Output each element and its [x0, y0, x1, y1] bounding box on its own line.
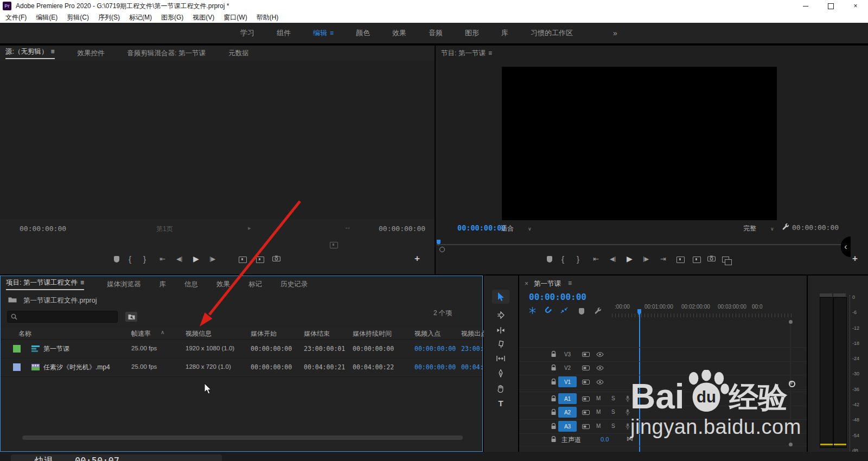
tab-effects[interactable]: 效果: [216, 280, 230, 289]
add-marker-icon[interactable]: [114, 256, 119, 264]
menu-graphics[interactable]: 图形(G): [161, 13, 183, 22]
display-settings-icon[interactable]: [330, 242, 338, 248]
clip-name[interactable]: 任素汐《时光机》.mp4: [43, 363, 110, 372]
workspace-tab-custom[interactable]: 习惯的工作区: [531, 28, 573, 38]
mark-out-icon[interactable]: }: [577, 254, 579, 264]
tab-effect-controls[interactable]: 效果控件: [78, 49, 105, 58]
sync-lock-icon[interactable]: [582, 366, 590, 370]
label-color-chip[interactable]: [13, 363, 21, 371]
step-back-icon[interactable]: ◀|: [176, 255, 182, 262]
snap-icon[interactable]: [529, 307, 536, 314]
cell-video-in[interactable]: 00:00:00:00: [414, 363, 456, 371]
toggle-track-output-eye-icon[interactable]: [596, 366, 604, 370]
toggle-track-output-eye-icon[interactable]: [596, 352, 604, 357]
tab-audio-clip-mixer[interactable]: 音频剪辑混合器: 第一节课: [127, 49, 206, 58]
clip-name[interactable]: 第一节课: [43, 344, 69, 354]
panel-menu-icon[interactable]: ≡: [568, 279, 572, 287]
column-name[interactable]: 名称: [18, 329, 31, 338]
label-color-chip[interactable]: [13, 345, 21, 353]
mark-in-icon[interactable]: {: [129, 254, 131, 264]
page-next-icon[interactable]: ▸: [248, 225, 251, 232]
extract-icon[interactable]: [693, 257, 701, 265]
settings-wrench-icon[interactable]: [782, 223, 789, 230]
button-editor-icon[interactable]: +: [414, 253, 420, 264]
workspace-tab-audio[interactable]: 音频: [429, 28, 443, 38]
workspace-tab-effects[interactable]: 效果: [392, 28, 406, 38]
play-icon[interactable]: ▶: [193, 254, 199, 263]
track-target-toggle[interactable]: A1: [558, 393, 577, 404]
sequence-tab-title[interactable]: 第一节课: [534, 279, 561, 289]
workspace-overflow-icon[interactable]: »: [613, 23, 617, 43]
column-media-end[interactable]: 媒体结束: [304, 329, 330, 338]
column-video-info[interactable]: 视频信息: [186, 329, 212, 338]
overwrite-icon[interactable]: [256, 257, 264, 265]
menu-file[interactable]: 文件(F): [5, 13, 27, 22]
add-marker-icon[interactable]: [547, 256, 552, 264]
track-select-forward-tool[interactable]: [492, 308, 509, 322]
table-row[interactable]: 任素汐《时光机》.mp4 25.00 fps 1280 x 720 (1.0) …: [1, 358, 482, 377]
razor-tool[interactable]: [492, 337, 509, 351]
linked-selection-icon[interactable]: [560, 307, 568, 313]
sync-lock-icon[interactable]: [582, 396, 590, 401]
tab-history[interactable]: 历史记录: [280, 280, 308, 289]
magnet-icon[interactable]: [542, 305, 552, 315]
add-marker-icon[interactable]: [579, 307, 584, 317]
slip-tool[interactable]: [492, 351, 509, 366]
program-scrubber-track[interactable]: [437, 244, 841, 245]
workspace-tab-libraries[interactable]: 库: [501, 28, 508, 38]
track-target-toggle[interactable]: V1: [558, 376, 577, 387]
type-tool[interactable]: T: [492, 396, 509, 410]
workspace-tab-menu-icon[interactable]: ≡: [330, 29, 334, 37]
mark-out-icon[interactable]: }: [143, 254, 146, 264]
search-bin-icon[interactable]: [125, 312, 137, 322]
timeline-settings-wrench-icon[interactable]: [594, 307, 602, 315]
lock-icon[interactable]: [551, 379, 557, 385]
column-video-in[interactable]: 视频入点: [414, 329, 441, 338]
solo-button[interactable]: S: [611, 423, 615, 429]
step-forward-icon[interactable]: |▶: [209, 255, 215, 262]
source-current-timecode[interactable]: 00:00:00:00: [20, 225, 66, 233]
tab-info[interactable]: 信息: [184, 280, 198, 289]
workspace-tab-color[interactable]: 颜色: [356, 28, 370, 38]
export-frame-icon[interactable]: [707, 255, 716, 261]
track-target-toggle[interactable]: V3: [558, 349, 577, 360]
mute-button[interactable]: M: [596, 409, 601, 415]
step-forward-icon[interactable]: |▶: [643, 255, 649, 262]
menu-edit[interactable]: 编辑(E): [36, 13, 58, 22]
sync-lock-icon[interactable]: [582, 380, 590, 385]
panel-menu-icon[interactable]: ≡: [488, 49, 492, 57]
solo-button[interactable]: S: [611, 395, 615, 401]
sync-lock-icon[interactable]: [582, 410, 590, 415]
lock-icon[interactable]: [551, 395, 557, 402]
cell-video-in[interactable]: 00:00:00:00: [414, 345, 456, 353]
comparison-view-icon[interactable]: [722, 256, 729, 264]
menu-help[interactable]: 帮助(H): [257, 13, 279, 22]
sort-asc-icon[interactable]: ∧: [161, 329, 164, 335]
voiceover-mic-icon[interactable]: [626, 423, 630, 430]
tab-metadata[interactable]: 元数据: [228, 49, 249, 58]
export-frame-icon[interactable]: [272, 255, 280, 261]
lock-icon[interactable]: [551, 423, 557, 430]
playback-resolution-select[interactable]: 完整∨: [743, 224, 774, 233]
selection-tool[interactable]: [492, 290, 509, 304]
solo-button[interactable]: S: [611, 409, 615, 415]
go-to-in-icon[interactable]: ⇤: [593, 255, 599, 263]
video-track-v3[interactable]: V3: [519, 347, 807, 362]
panel-menu-icon[interactable]: ≡: [80, 279, 84, 286]
workspace-tab-editing[interactable]: 编辑≡: [313, 28, 334, 38]
voiceover-mic-icon[interactable]: [626, 395, 630, 402]
menu-clip[interactable]: 剪辑(C): [67, 13, 89, 22]
close-icon[interactable]: ×: [525, 280, 528, 287]
ripple-edit-tool[interactable]: [492, 323, 509, 337]
search-box[interactable]: [7, 311, 118, 323]
source-page-select[interactable]: 第1页: [156, 225, 246, 234]
zoom-scrollbar-handle[interactable]: [439, 247, 445, 252]
track-target-toggle[interactable]: V2: [558, 362, 577, 373]
sync-lock-icon[interactable]: [582, 352, 590, 357]
play-icon[interactable]: ▶: [627, 254, 633, 263]
mark-in-icon[interactable]: {: [561, 254, 564, 264]
go-to-out-icon[interactable]: ⇥: [660, 255, 666, 263]
column-media-duration[interactable]: 媒体持续时间: [353, 329, 392, 338]
horizontal-scrollbar[interactable]: [22, 436, 463, 440]
track-target-toggle[interactable]: A3: [558, 421, 577, 432]
